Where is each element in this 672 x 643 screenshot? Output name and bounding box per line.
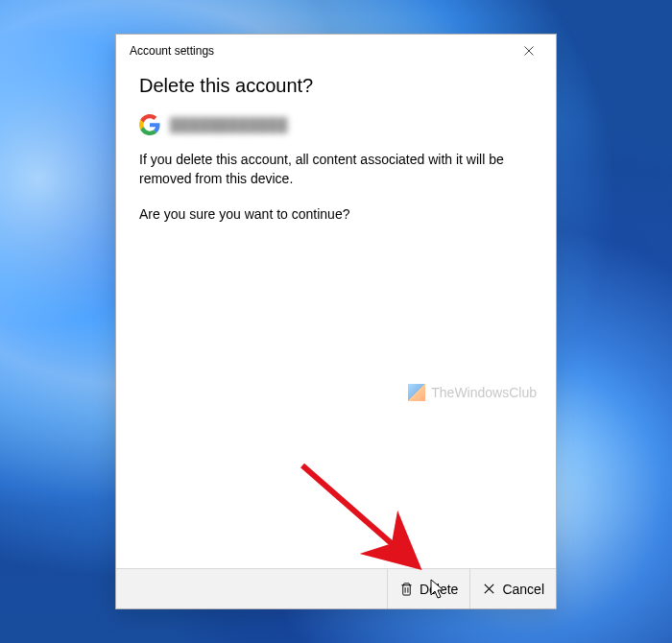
cancel-button-label: Cancel	[502, 582, 544, 597]
dialog-body-2: Are you sure you want to continue?	[139, 205, 533, 225]
watermark-icon	[408, 384, 425, 401]
trash-icon	[399, 582, 414, 596]
dialog-content: Delete this account? ████████████ If you…	[116, 67, 556, 568]
dialog-body-1: If you delete this account, all content …	[139, 151, 533, 188]
cancel-button[interactable]: Cancel	[469, 569, 556, 608]
watermark: TheWindowsClub	[408, 384, 537, 401]
window-title: Account settings	[130, 44, 516, 58]
dialog-footer: Delete Cancel	[116, 568, 556, 608]
titlebar: Account settings	[116, 35, 556, 67]
google-icon	[139, 114, 160, 135]
close-button[interactable]	[516, 37, 542, 64]
delete-button[interactable]: Delete	[387, 569, 469, 608]
dialog-heading: Delete this account?	[139, 75, 533, 97]
cancel-icon	[482, 582, 496, 596]
account-email: ████████████	[170, 117, 288, 132]
account-row: ████████████	[139, 114, 533, 135]
delete-button-label: Delete	[420, 582, 458, 597]
account-settings-dialog: Account settings Delete this account? ██…	[115, 34, 557, 609]
watermark-text: TheWindowsClub	[431, 385, 537, 400]
close-icon	[523, 45, 535, 57]
